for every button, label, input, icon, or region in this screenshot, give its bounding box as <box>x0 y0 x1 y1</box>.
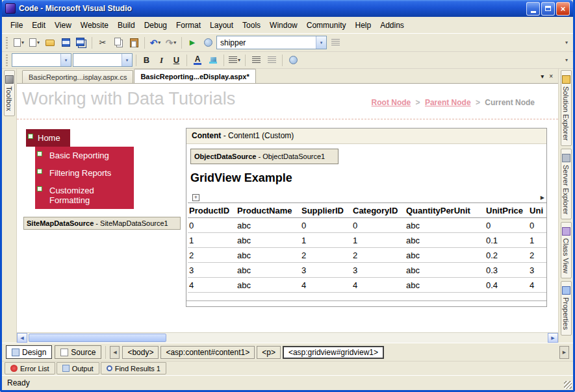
gridview-cell: abc <box>405 218 485 233</box>
add-item-button[interactable]: ▾ <box>27 36 42 50</box>
menu-item-file[interactable]: File <box>6 19 27 32</box>
gridview-cell: abc <box>236 218 300 233</box>
tab-close-icon[interactable]: × <box>549 73 553 80</box>
scrollbar-thumb[interactable] <box>29 334 166 342</box>
hyperlink-button[interactable] <box>286 53 300 67</box>
bullet-list-button[interactable] <box>249 53 263 67</box>
output-icon <box>62 365 70 372</box>
find-in-files-button[interactable] <box>328 36 342 50</box>
toolbar-options-icon[interactable]: ▾ <box>563 57 570 63</box>
numbered-list-button[interactable] <box>264 53 279 67</box>
font-name-combobox[interactable]: ▾ <box>73 53 133 67</box>
bold-button[interactable]: B <box>140 53 153 67</box>
highlight-button[interactable] <box>206 53 220 67</box>
panel-tab-output[interactable]: Output <box>57 362 99 374</box>
menu-item-edit[interactable]: Edit <box>27 19 50 32</box>
undo-button[interactable]: ↶▾ <box>148 36 162 50</box>
toolbar-grip[interactable] <box>6 55 8 66</box>
cut-button[interactable]: ✂ <box>96 36 110 50</box>
toolbar-options-icon[interactable]: ▾ <box>563 40 570 45</box>
gridview-cell: 3 <box>300 263 351 278</box>
gridview-smarttag-icon[interactable]: + <box>192 194 199 201</box>
maximize-button[interactable] <box>541 2 555 16</box>
nav-item-filtering-reports[interactable]: Filtering Reports <box>35 164 134 182</box>
tag-scroll-left-button[interactable]: ◀ <box>110 346 120 359</box>
find-in-files-icon <box>331 39 340 46</box>
new-file-button[interactable]: ▾ <box>12 36 26 50</box>
start-debugging-button[interactable]: ▶ <box>185 36 199 50</box>
redo-button[interactable]: ↷▾ <box>164 36 178 50</box>
panel-tab-error-list[interactable]: Error List <box>5 362 55 374</box>
panel-tab-find-results-1[interactable]: Find Results 1 <box>101 362 166 374</box>
gridview-cell: 1 <box>528 233 547 248</box>
column-overflow-icon: ▶ <box>541 195 544 201</box>
gridview-table[interactable]: ProductIDProductNameSupplierIDCategoryID… <box>188 202 547 293</box>
save-button[interactable] <box>58 36 73 50</box>
target-rule-combobox[interactable]: ▾ <box>12 53 71 67</box>
tag-navigator-item[interactable]: <asp:content#content1> <box>160 346 255 359</box>
menu-item-format[interactable]: Format <box>172 19 205 32</box>
alignment-button[interactable]: ▾ <box>227 53 242 67</box>
menu-item-addins[interactable]: Addins <box>376 19 409 32</box>
menu-item-view[interactable]: View <box>50 19 76 32</box>
objectdatasource-control[interactable]: ObjectDataSource - ObjectDataSource1 <box>190 149 339 164</box>
browse-button[interactable] <box>201 36 215 50</box>
side-tab-class-view[interactable]: Class View <box>561 222 572 278</box>
toolbar-grip[interactable] <box>6 37 8 49</box>
close-button[interactable]: × <box>556 2 570 16</box>
menu-item-build[interactable]: Build <box>113 19 140 32</box>
design-surface[interactable]: Working with Data Tutorials Root Node > … <box>17 83 558 332</box>
menu-item-debug[interactable]: Debug <box>140 19 172 32</box>
properties-icon <box>562 286 570 295</box>
menu-item-website[interactable]: Website <box>76 19 113 32</box>
copy-button[interactable] <box>111 36 125 50</box>
italic-button[interactable]: I <box>155 53 168 67</box>
combo-dropdown-icon[interactable]: ▾ <box>121 54 132 66</box>
side-tab-server-explorer[interactable]: Server Explorer <box>561 149 572 219</box>
scroll-left-icon[interactable]: ◀ <box>17 333 27 343</box>
save-all-button[interactable] <box>74 36 88 50</box>
combo-dropdown-icon[interactable]: ▾ <box>60 54 71 66</box>
tag-navigator-item[interactable]: <asp:gridview#gridview1> <box>283 346 384 359</box>
side-tab-toolbox[interactable]: Toolbox <box>4 70 15 116</box>
nav-item-home[interactable]: Home <box>26 129 70 147</box>
gridview-cell: abc <box>236 263 300 278</box>
tab-list-dropdown-icon[interactable]: ▾ <box>541 73 544 80</box>
breadcrumb-parent-link[interactable]: Parent Node <box>425 98 471 107</box>
tag-navigator-item[interactable]: <body> <box>122 346 159 359</box>
toolbar-separator <box>92 37 92 49</box>
sitemapdatasource-control[interactable]: SiteMapDataSource - SiteMapDataSource1 <box>23 217 181 230</box>
source-view-button[interactable]: Source <box>55 345 101 359</box>
title-bar[interactable]: Code - Microsoft Visual Studio × <box>2 0 573 17</box>
menu-item-tools[interactable]: Tools <box>238 19 265 32</box>
scroll-right-icon[interactable]: ▶ <box>548 333 558 343</box>
minimize-button[interactable] <box>526 2 540 16</box>
menu-item-community[interactable]: Community <box>302 19 351 32</box>
menu-item-layout[interactable]: Layout <box>205 19 238 32</box>
side-tab-properties[interactable]: Properties <box>561 281 572 335</box>
gridview-header-cell: CategoryID <box>351 203 405 218</box>
gridview-cell: abc <box>405 278 485 293</box>
menu-item-help[interactable]: Help <box>350 19 376 32</box>
tag-navigator-item[interactable]: <p> <box>257 346 281 359</box>
document-tab[interactable]: BasicReporting...isplay.aspx.cs <box>22 70 133 83</box>
design-horizontal-scrollbar[interactable]: ◀ ▶ <box>17 332 558 343</box>
nav-item-customized-formatting[interactable]: Customized Formatting <box>35 182 134 209</box>
content-control[interactable]: Content - Content1 (Custom) ObjectDataSo… <box>186 128 547 307</box>
paste-button[interactable] <box>127 36 141 50</box>
nav-item-basic-reporting[interactable]: Basic Reporting <box>35 147 134 164</box>
resize-grip[interactable] <box>564 381 572 389</box>
design-view-button[interactable]: Design <box>6 345 52 359</box>
tag-scroll-right-button[interactable]: ▶ <box>559 346 569 359</box>
font-color-button[interactable]: A <box>190 53 205 67</box>
side-tab-solution-explorer[interactable]: Solution Explorer <box>561 70 572 146</box>
gridview-row: 4abc44abc0.44 <box>188 278 547 293</box>
document-tab-active[interactable]: BasicReporting...eDisplay.aspx* <box>134 69 255 83</box>
underline-button[interactable]: U <box>170 53 183 67</box>
gridview-row: 2abc22abc0.22 <box>188 248 547 263</box>
breadcrumb-root-link[interactable]: Root Node <box>372 98 411 107</box>
menu-item-window[interactable]: Window <box>265 19 302 32</box>
open-file-button[interactable] <box>43 36 57 50</box>
find-combobox[interactable]: shipper ▾ <box>216 36 327 49</box>
combo-dropdown-icon[interactable]: ▾ <box>316 36 326 49</box>
